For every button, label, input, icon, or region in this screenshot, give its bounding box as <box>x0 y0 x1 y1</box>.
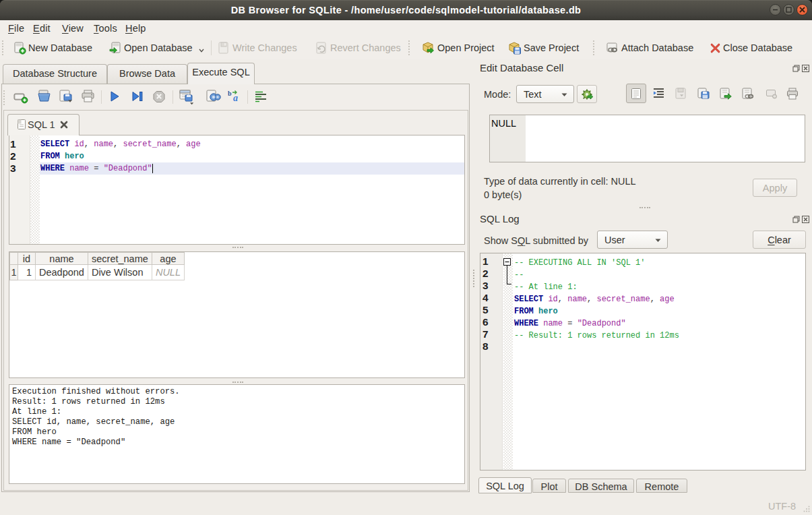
svg-text:a: a <box>233 93 238 103</box>
svg-text:b: b <box>228 90 232 97</box>
